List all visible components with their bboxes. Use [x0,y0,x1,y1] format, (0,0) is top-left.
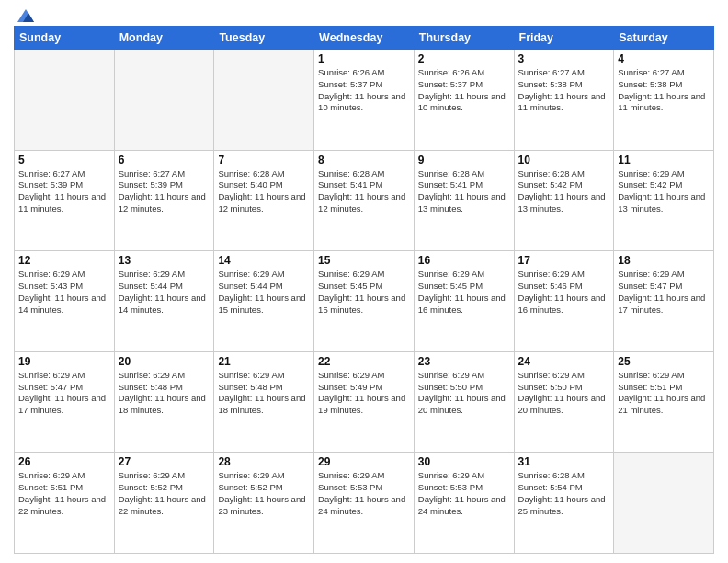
calendar-cell: 12Sunrise: 6:29 AM Sunset: 5:43 PM Dayli… [15,251,115,352]
calendar-cell: 1Sunrise: 6:26 AM Sunset: 5:37 PM Daylig… [314,50,415,151]
day-number: 21 [218,355,310,368]
calendar-cell: 6Sunrise: 6:27 AM Sunset: 5:39 PM Daylig… [114,150,214,251]
weekday-header-tuesday: Tuesday [214,27,314,50]
calendar-cell: 5Sunrise: 6:27 AM Sunset: 5:39 PM Daylig… [15,150,115,251]
day-number: 30 [418,455,510,468]
day-info: Sunrise: 6:29 AM Sunset: 5:50 PM Dayligh… [518,370,610,417]
calendar-cell: 20Sunrise: 6:29 AM Sunset: 5:48 PM Dayli… [114,351,214,453]
day-number: 15 [318,254,410,267]
calendar-header-row: SundayMondayTuesdayWednesdayThursdayFrid… [15,27,714,50]
calendar-week-row: 12Sunrise: 6:29 AM Sunset: 5:43 PM Dayli… [15,251,714,352]
calendar-cell: 9Sunrise: 6:28 AM Sunset: 5:41 PM Daylig… [414,150,514,251]
calendar-cell: 22Sunrise: 6:29 AM Sunset: 5:49 PM Dayli… [314,351,415,453]
day-info: Sunrise: 6:29 AM Sunset: 5:51 PM Dayligh… [618,370,710,417]
day-info: Sunrise: 6:29 AM Sunset: 5:49 PM Dayligh… [318,370,410,417]
day-number: 23 [418,355,510,368]
calendar-cell [15,50,115,151]
day-number: 10 [518,154,610,167]
calendar-cell [114,50,214,151]
day-info: Sunrise: 6:28 AM Sunset: 5:54 PM Dayligh… [518,470,610,517]
calendar-cell: 15Sunrise: 6:29 AM Sunset: 5:45 PM Dayli… [314,251,415,352]
day-info: Sunrise: 6:29 AM Sunset: 5:47 PM Dayligh… [18,370,110,417]
calendar-cell: 31Sunrise: 6:28 AM Sunset: 5:54 PM Dayli… [514,453,614,554]
calendar-cell: 19Sunrise: 6:29 AM Sunset: 5:47 PM Dayli… [15,351,115,453]
day-info: Sunrise: 6:27 AM Sunset: 5:39 PM Dayligh… [18,168,110,215]
day-number: 27 [119,455,210,468]
day-number: 1 [318,52,410,65]
day-number: 26 [18,455,110,468]
day-number: 24 [518,355,610,368]
day-info: Sunrise: 6:26 AM Sunset: 5:37 PM Dayligh… [318,67,410,114]
day-info: Sunrise: 6:28 AM Sunset: 5:40 PM Dayligh… [218,168,310,215]
day-info: Sunrise: 6:29 AM Sunset: 5:48 PM Dayligh… [119,370,210,417]
calendar-cell [614,453,714,554]
day-number: 8 [318,154,410,167]
day-info: Sunrise: 6:27 AM Sunset: 5:39 PM Dayligh… [119,168,210,215]
day-number: 7 [218,154,310,167]
day-info: Sunrise: 6:29 AM Sunset: 5:42 PM Dayligh… [618,168,710,215]
calendar-cell: 11Sunrise: 6:29 AM Sunset: 5:42 PM Dayli… [614,150,714,251]
day-number: 6 [119,154,210,167]
day-number: 31 [518,455,610,468]
calendar-week-row: 19Sunrise: 6:29 AM Sunset: 5:47 PM Dayli… [15,351,714,453]
calendar-table: SundayMondayTuesdayWednesdayThursdayFrid… [14,26,714,554]
day-info: Sunrise: 6:29 AM Sunset: 5:47 PM Dayligh… [618,269,710,316]
calendar-cell: 4Sunrise: 6:27 AM Sunset: 5:38 PM Daylig… [614,50,714,151]
day-info: Sunrise: 6:29 AM Sunset: 5:44 PM Dayligh… [119,269,210,316]
day-info: Sunrise: 6:29 AM Sunset: 5:44 PM Dayligh… [218,269,310,316]
calendar-week-row: 26Sunrise: 6:29 AM Sunset: 5:51 PM Dayli… [15,453,714,554]
calendar-cell: 29Sunrise: 6:29 AM Sunset: 5:53 PM Dayli… [314,453,415,554]
logo-icon [16,7,36,24]
day-info: Sunrise: 6:29 AM Sunset: 5:46 PM Dayligh… [518,269,610,316]
day-number: 16 [418,254,510,267]
day-number: 13 [119,254,210,267]
day-info: Sunrise: 6:29 AM Sunset: 5:51 PM Dayligh… [18,470,110,517]
calendar-cell: 14Sunrise: 6:29 AM Sunset: 5:44 PM Dayli… [214,251,314,352]
calendar-cell: 28Sunrise: 6:29 AM Sunset: 5:52 PM Dayli… [214,453,314,554]
day-number: 22 [318,355,410,368]
day-info: Sunrise: 6:29 AM Sunset: 5:43 PM Dayligh… [18,269,110,316]
day-info: Sunrise: 6:28 AM Sunset: 5:41 PM Dayligh… [418,168,510,215]
day-number: 28 [218,455,310,468]
calendar-cell: 18Sunrise: 6:29 AM Sunset: 5:47 PM Dayli… [614,251,714,352]
logo [14,9,36,20]
calendar-cell: 16Sunrise: 6:29 AM Sunset: 5:45 PM Dayli… [414,251,514,352]
day-info: Sunrise: 6:29 AM Sunset: 5:53 PM Dayligh… [318,470,410,517]
day-number: 17 [518,254,610,267]
day-info: Sunrise: 6:28 AM Sunset: 5:42 PM Dayligh… [518,168,610,215]
day-info: Sunrise: 6:29 AM Sunset: 5:45 PM Dayligh… [318,269,410,316]
calendar-cell: 17Sunrise: 6:29 AM Sunset: 5:46 PM Dayli… [514,251,614,352]
calendar-cell: 21Sunrise: 6:29 AM Sunset: 5:48 PM Dayli… [214,351,314,453]
calendar-cell: 30Sunrise: 6:29 AM Sunset: 5:53 PM Dayli… [414,453,514,554]
day-number: 12 [18,254,110,267]
calendar-cell: 25Sunrise: 6:29 AM Sunset: 5:51 PM Dayli… [614,351,714,453]
day-info: Sunrise: 6:27 AM Sunset: 5:38 PM Dayligh… [518,67,610,114]
calendar-cell: 10Sunrise: 6:28 AM Sunset: 5:42 PM Dayli… [514,150,614,251]
calendar-cell: 23Sunrise: 6:29 AM Sunset: 5:50 PM Dayli… [414,351,514,453]
day-info: Sunrise: 6:27 AM Sunset: 5:38 PM Dayligh… [618,67,710,114]
day-number: 3 [518,52,610,65]
day-number: 5 [18,154,110,167]
day-number: 29 [318,455,410,468]
calendar-cell [214,50,314,151]
day-number: 2 [418,52,510,65]
page: SundayMondayTuesdayWednesdayThursdayFrid… [0,0,728,563]
day-number: 4 [618,52,710,65]
calendar-week-row: 1Sunrise: 6:26 AM Sunset: 5:37 PM Daylig… [15,50,714,151]
weekday-header-monday: Monday [114,27,214,50]
weekday-header-thursday: Thursday [414,27,514,50]
weekday-header-saturday: Saturday [614,27,714,50]
calendar-cell: 8Sunrise: 6:28 AM Sunset: 5:41 PM Daylig… [314,150,415,251]
weekday-header-sunday: Sunday [15,27,115,50]
day-number: 25 [618,355,710,368]
day-info: Sunrise: 6:29 AM Sunset: 5:53 PM Dayligh… [418,470,510,517]
calendar-cell: 13Sunrise: 6:29 AM Sunset: 5:44 PM Dayli… [114,251,214,352]
day-number: 18 [618,254,710,267]
day-number: 11 [618,154,710,167]
calendar-cell: 3Sunrise: 6:27 AM Sunset: 5:38 PM Daylig… [514,50,614,151]
calendar-week-row: 5Sunrise: 6:27 AM Sunset: 5:39 PM Daylig… [15,150,714,251]
calendar-cell: 24Sunrise: 6:29 AM Sunset: 5:50 PM Dayli… [514,351,614,453]
calendar-cell: 7Sunrise: 6:28 AM Sunset: 5:40 PM Daylig… [214,150,314,251]
day-number: 20 [119,355,210,368]
day-info: Sunrise: 6:29 AM Sunset: 5:52 PM Dayligh… [119,470,210,517]
